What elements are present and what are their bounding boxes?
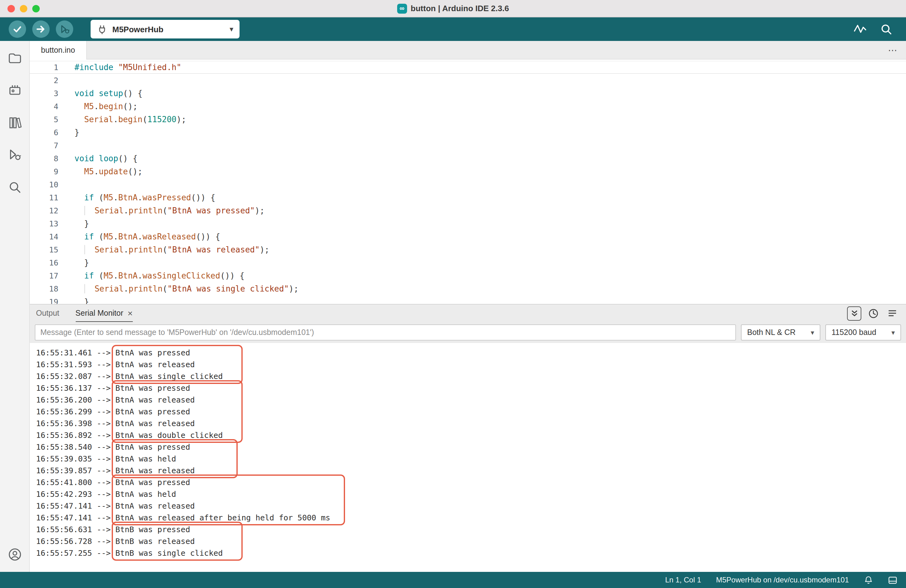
serial-plotter-button[interactable] (853, 22, 868, 37)
line-number: 16 (30, 256, 58, 269)
board-port-status: M5PowerHub on /dev/cu.usbmodem101 (716, 575, 849, 584)
line-ending-select[interactable]: Both NL & CR ▾ (741, 324, 820, 341)
account-icon (7, 547, 22, 562)
window-title-area: ∞ button | Arduino IDE 2.3.6 (397, 3, 509, 13)
titlebar: ∞ button | Arduino IDE 2.3.6 (0, 0, 906, 18)
code-line[interactable]: 11 if (M5.BtnA.wasPressed()) { (30, 191, 906, 204)
code-line[interactable]: 10 (30, 178, 906, 191)
line-number: 17 (30, 269, 58, 282)
toggle-panel-button[interactable] (888, 575, 897, 585)
circuit-board-icon (7, 83, 22, 98)
code-line[interactable]: 19 } (30, 295, 906, 304)
debug-button[interactable] (56, 21, 73, 38)
bell-icon (864, 575, 873, 585)
cursor-position[interactable]: Ln 1, Col 1 (665, 575, 701, 584)
code-line[interactable]: 12 Serial.println("BtnA was pressed"); (30, 204, 906, 217)
tab-button-ino[interactable]: button.ino (30, 41, 87, 59)
arduino-ide-window: ∞ button | Arduino IDE 2.3.6 M5PowerHub (0, 0, 906, 588)
serial-message-input[interactable] (35, 324, 736, 341)
line-number: 1 (30, 61, 58, 74)
serial-line: 16:55:36.398 --> BtnA was released (36, 417, 906, 429)
board-selector-label: M5PowerHub (112, 24, 225, 34)
code-line[interactable]: 8void loop() { (30, 152, 906, 165)
line-number: 19 (30, 295, 58, 304)
code-line[interactable]: 13 } (30, 217, 906, 230)
code-text: if (M5.BtnA.wasPressed()) { (58, 191, 215, 204)
tab-label: button.ino (41, 46, 75, 54)
sidebar-item-search[interactable] (0, 171, 29, 204)
code-line[interactable]: 3void setup() { (30, 87, 906, 100)
code-editor[interactable]: 1#include "M5Unified.h"23void setup() {4… (30, 59, 906, 304)
code-line[interactable]: 18 Serial.println("BtnA was single click… (30, 282, 906, 295)
close-window-button[interactable] (8, 5, 15, 12)
serial-line: 16:55:36.299 --> BtnA was pressed (36, 406, 906, 417)
sidebar-item-debug[interactable] (0, 139, 29, 171)
verify-button[interactable] (9, 21, 26, 38)
line-number: 9 (30, 165, 58, 178)
serial-line: 16:55:39.857 --> BtnA was released (36, 465, 906, 476)
code-line[interactable]: 17 if (M5.BtnA.wasSingleClicked()) { (30, 269, 906, 282)
code-text: } (58, 295, 89, 304)
code-text (58, 74, 75, 87)
code-text: M5.update(); (58, 165, 142, 178)
serial-line: 16:55:56.728 --> BtnB was released (36, 535, 906, 547)
sidebar-item-account[interactable] (0, 539, 29, 570)
tab-serial-monitor-label: Serial Monitor (75, 309, 123, 317)
waveform-icon (853, 22, 867, 36)
line-number: 6 (30, 126, 58, 139)
sidebar-item-sketchbook[interactable] (0, 42, 29, 75)
line-number: 15 (30, 243, 58, 256)
serial-line: 16:55:31.461 --> BtnA was pressed (36, 347, 906, 359)
notifications-button[interactable] (864, 575, 873, 585)
arduino-logo-icon: ∞ (397, 3, 407, 13)
tab-output[interactable]: Output (36, 304, 59, 322)
serial-line: 16:55:32.087 --> BtnA was single clicked (36, 370, 906, 382)
sidebar-item-boards-manager[interactable] (0, 75, 29, 107)
serial-line: 16:55:56.631 --> BtnB was pressed (36, 524, 906, 535)
code-line[interactable]: 15 Serial.println("BtnA was released"); (30, 243, 906, 256)
code-line[interactable]: 2 (30, 74, 906, 87)
code-line[interactable]: 14 if (M5.BtnA.wasReleased()) { (30, 230, 906, 243)
code-line[interactable]: 7 (30, 139, 906, 152)
code-text: } (58, 217, 89, 230)
upload-button[interactable] (32, 21, 49, 38)
zoom-window-button[interactable] (32, 5, 40, 12)
code-line[interactable]: 4 M5.begin(); (30, 100, 906, 113)
close-icon[interactable]: × (128, 308, 132, 318)
serial-line: 16:55:57.255 --> BtnB was single clicked (36, 547, 906, 559)
serial-line: 16:55:39.035 --> BtnA was held (36, 453, 906, 465)
debug-icon (59, 24, 70, 35)
serial-line: 16:55:36.200 --> BtnA was released (36, 394, 906, 406)
debug-play-icon (7, 148, 22, 163)
code-text: if (M5.BtnA.wasSingleClicked()) { (58, 269, 244, 282)
code-text: if (M5.BtnA.wasReleased()) { (58, 230, 220, 243)
board-selector[interactable]: M5PowerHub ▾ (91, 20, 239, 38)
baud-rate-value: 115200 baud (831, 328, 876, 337)
code-text: Serial.begin(115200); (58, 113, 186, 126)
serial-line: 16:55:36.892 --> BtnA was double clicked (36, 429, 906, 441)
serial-output[interactable]: 16:55:31.461 --> BtnA was pressed16:55:3… (30, 343, 906, 572)
line-number: 5 (30, 113, 58, 126)
code-line[interactable]: 16 } (30, 256, 906, 269)
baud-rate-select[interactable]: 115200 baud ▾ (825, 324, 901, 341)
line-ending-value: Both NL & CR (747, 328, 796, 337)
code-line[interactable]: 9 M5.update(); (30, 165, 906, 178)
clear-output-button[interactable] (885, 307, 898, 320)
panel-icon (888, 575, 897, 585)
double-chevron-down-icon (850, 309, 858, 317)
line-number: 18 (30, 282, 58, 295)
minimize-window-button[interactable] (20, 5, 27, 12)
code-line[interactable]: 6} (30, 126, 906, 139)
serial-line: 16:55:41.800 --> BtnA was pressed (36, 476, 906, 488)
code-line[interactable]: 1#include "M5Unified.h" (30, 61, 906, 74)
tab-overflow-icon[interactable]: ⋯ (888, 41, 898, 59)
activity-sidebar (0, 41, 30, 572)
code-line[interactable]: 5 Serial.begin(115200); (30, 113, 906, 126)
serial-line: 16:55:47.141 --> BtnA was released (36, 500, 906, 512)
line-number: 4 (30, 100, 58, 113)
tab-serial-monitor[interactable]: Serial Monitor × (75, 304, 133, 322)
serial-monitor-button[interactable] (879, 22, 893, 37)
autoscroll-toggle-button[interactable] (847, 306, 861, 320)
timestamp-toggle-button[interactable] (867, 307, 880, 320)
sidebar-item-library-manager[interactable] (0, 107, 29, 139)
